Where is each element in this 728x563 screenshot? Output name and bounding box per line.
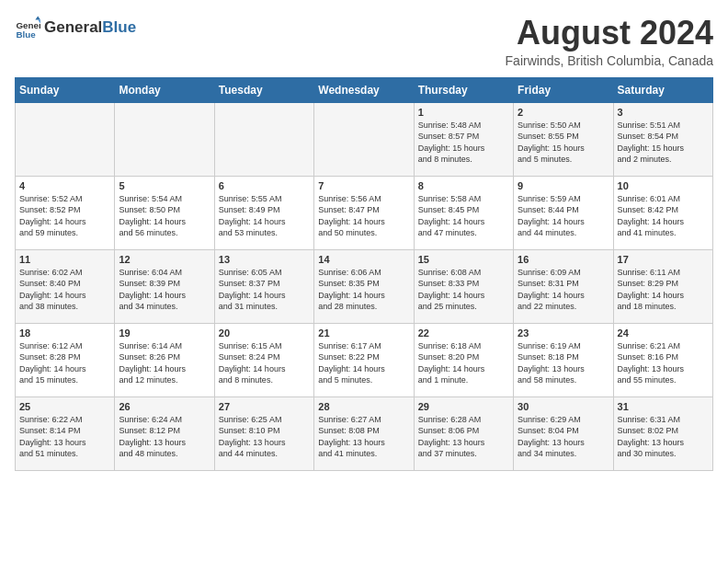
day-number: 8 [418,180,509,191]
calendar-cell: 7Sunrise: 5:56 AM Sunset: 8:47 PM Daylig… [314,176,414,249]
day-number: 13 [219,254,310,265]
cell-content: Sunrise: 6:22 AM Sunset: 8:14 PM Dayligh… [19,414,110,460]
calendar-cell: 24Sunrise: 6:21 AM Sunset: 8:16 PM Dayli… [613,323,712,396]
cell-content: Sunrise: 6:02 AM Sunset: 8:40 PM Dayligh… [19,267,110,313]
calendar-cell [16,102,115,176]
calendar-header-row: SundayMondayTuesdayWednesdayThursdayFrid… [16,77,713,102]
calendar-cell: 20Sunrise: 6:15 AM Sunset: 8:24 PM Dayli… [214,323,313,396]
calendar-cell: 19Sunrise: 6:14 AM Sunset: 8:26 PM Dayli… [115,323,214,396]
day-number: 26 [119,401,210,412]
cell-content: Sunrise: 5:55 AM Sunset: 8:49 PM Dayligh… [219,193,310,239]
col-header-wednesday: Wednesday [314,77,414,102]
day-number: 29 [418,401,509,412]
col-header-friday: Friday [514,77,613,102]
day-number: 4 [19,180,110,191]
title-block: August 2024 Fairwinds, British Columbia,… [506,15,713,68]
day-number: 30 [518,401,609,412]
cell-content: Sunrise: 5:51 AM Sunset: 8:54 PM Dayligh… [618,120,709,166]
calendar-week-row: 25Sunrise: 6:22 AM Sunset: 8:14 PM Dayli… [16,396,713,470]
calendar-week-row: 18Sunrise: 6:12 AM Sunset: 8:28 PM Dayli… [16,323,713,396]
cell-content: Sunrise: 6:28 AM Sunset: 8:06 PM Dayligh… [418,414,509,460]
cell-content: Sunrise: 5:52 AM Sunset: 8:52 PM Dayligh… [19,193,110,239]
day-number: 16 [518,254,609,265]
calendar-cell: 11Sunrise: 6:02 AM Sunset: 8:40 PM Dayli… [16,249,115,323]
calendar-cell: 2Sunrise: 5:50 AM Sunset: 8:55 PM Daylig… [514,102,613,176]
calendar-cell: 14Sunrise: 6:06 AM Sunset: 8:35 PM Dayli… [314,249,414,323]
day-number: 6 [219,180,310,191]
day-number: 24 [618,327,709,339]
cell-content: Sunrise: 6:17 AM Sunset: 8:22 PM Dayligh… [318,340,409,386]
cell-content: Sunrise: 6:19 AM Sunset: 8:18 PM Dayligh… [518,340,609,386]
day-number: 9 [518,180,609,191]
calendar-cell [214,102,313,176]
month-year-title: August 2024 [506,15,713,52]
calendar-cell: 22Sunrise: 6:18 AM Sunset: 8:20 PM Dayli… [414,323,513,396]
day-number: 1 [418,107,509,118]
col-header-saturday: Saturday [613,77,712,102]
cell-content: Sunrise: 6:14 AM Sunset: 8:26 PM Dayligh… [119,340,210,386]
logo-icon: General Blue [15,15,40,40]
cell-content: Sunrise: 6:06 AM Sunset: 8:35 PM Dayligh… [318,267,409,313]
day-number: 31 [618,401,709,412]
day-number: 3 [618,107,709,118]
day-number: 2 [518,107,609,118]
svg-marker-2 [35,16,40,19]
logo-blue: Blue [102,18,136,37]
calendar-cell: 6Sunrise: 5:55 AM Sunset: 8:49 PM Daylig… [214,176,313,249]
day-number: 19 [119,327,210,339]
day-number: 18 [19,327,110,339]
calendar-cell: 12Sunrise: 6:04 AM Sunset: 8:39 PM Dayli… [115,249,214,323]
calendar-cell: 13Sunrise: 6:05 AM Sunset: 8:37 PM Dayli… [214,249,313,323]
calendar-cell: 4Sunrise: 5:52 AM Sunset: 8:52 PM Daylig… [16,176,115,249]
cell-content: Sunrise: 6:15 AM Sunset: 8:24 PM Dayligh… [219,340,310,386]
day-number: 14 [318,254,409,265]
svg-text:Blue: Blue [16,29,36,40]
cell-content: Sunrise: 6:27 AM Sunset: 8:08 PM Dayligh… [318,414,409,460]
day-number: 17 [618,254,709,265]
cell-content: Sunrise: 5:54 AM Sunset: 8:50 PM Dayligh… [119,193,210,239]
calendar-week-row: 11Sunrise: 6:02 AM Sunset: 8:40 PM Dayli… [16,249,713,323]
cell-content: Sunrise: 6:24 AM Sunset: 8:12 PM Dayligh… [119,414,210,460]
calendar-cell: 17Sunrise: 6:11 AM Sunset: 8:29 PM Dayli… [613,249,712,323]
calendar-cell: 27Sunrise: 6:25 AM Sunset: 8:10 PM Dayli… [214,396,313,470]
day-number: 23 [518,327,609,339]
cell-content: Sunrise: 6:01 AM Sunset: 8:42 PM Dayligh… [618,193,709,239]
day-number: 12 [119,254,210,265]
col-header-thursday: Thursday [414,77,513,102]
calendar-cell: 23Sunrise: 6:19 AM Sunset: 8:18 PM Dayli… [514,323,613,396]
day-number: 22 [418,327,509,339]
day-number: 15 [418,254,509,265]
cell-content: Sunrise: 6:25 AM Sunset: 8:10 PM Dayligh… [219,414,310,460]
cell-content: Sunrise: 6:05 AM Sunset: 8:37 PM Dayligh… [219,267,310,313]
calendar-week-row: 1Sunrise: 5:48 AM Sunset: 8:57 PM Daylig… [16,102,713,176]
day-number: 25 [19,401,110,412]
cell-content: Sunrise: 5:59 AM Sunset: 8:44 PM Dayligh… [518,193,609,239]
cell-content: Sunrise: 5:48 AM Sunset: 8:57 PM Dayligh… [418,120,509,166]
calendar-cell [314,102,414,176]
day-number: 27 [219,401,310,412]
cell-content: Sunrise: 5:58 AM Sunset: 8:45 PM Dayligh… [418,193,509,239]
day-number: 20 [219,327,310,339]
col-header-monday: Monday [115,77,214,102]
page-header: General Blue GeneralBlue August 2024 Fai… [15,15,713,68]
cell-content: Sunrise: 5:50 AM Sunset: 8:55 PM Dayligh… [518,120,609,166]
day-number: 28 [318,401,409,412]
cell-content: Sunrise: 6:08 AM Sunset: 8:33 PM Dayligh… [418,267,509,313]
col-header-tuesday: Tuesday [214,77,313,102]
day-number: 10 [618,180,709,191]
logo-general: General [44,18,102,37]
calendar-cell: 18Sunrise: 6:12 AM Sunset: 8:28 PM Dayli… [16,323,115,396]
calendar-cell: 29Sunrise: 6:28 AM Sunset: 8:06 PM Dayli… [414,396,513,470]
calendar-week-row: 4Sunrise: 5:52 AM Sunset: 8:52 PM Daylig… [16,176,713,249]
cell-content: Sunrise: 6:12 AM Sunset: 8:28 PM Dayligh… [19,340,110,386]
calendar-cell: 1Sunrise: 5:48 AM Sunset: 8:57 PM Daylig… [414,102,513,176]
logo: General Blue GeneralBlue [15,15,136,40]
calendar-cell: 28Sunrise: 6:27 AM Sunset: 8:08 PM Dayli… [314,396,414,470]
calendar-cell: 16Sunrise: 6:09 AM Sunset: 8:31 PM Dayli… [514,249,613,323]
day-number: 5 [119,180,210,191]
calendar-cell: 25Sunrise: 6:22 AM Sunset: 8:14 PM Dayli… [16,396,115,470]
calendar-cell: 15Sunrise: 6:08 AM Sunset: 8:33 PM Dayli… [414,249,513,323]
cell-content: Sunrise: 6:29 AM Sunset: 8:04 PM Dayligh… [518,414,609,460]
calendar-cell: 31Sunrise: 6:31 AM Sunset: 8:02 PM Dayli… [613,396,712,470]
day-number: 7 [318,180,409,191]
